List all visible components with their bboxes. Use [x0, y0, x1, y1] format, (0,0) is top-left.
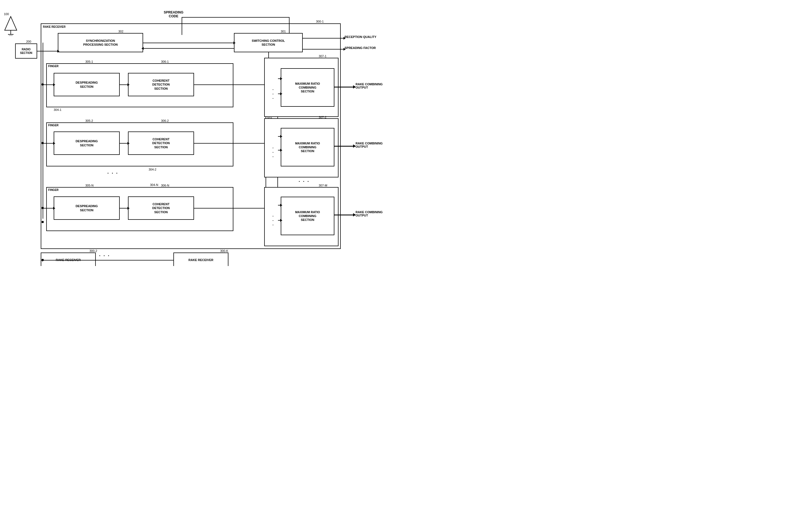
svg-marker-0: [5, 17, 17, 30]
spreading-factor-arrow: [303, 49, 344, 49]
ref-305-1: 305-1: [85, 60, 93, 63]
coh-n-to-switch-arrow: [194, 208, 265, 209]
despreading-1-box: DESPREADINGSECTION: [54, 73, 120, 96]
rake-output-1-label: RAKE COMBININGOUTPUT: [355, 82, 383, 89]
bus-to-rrk-line: [43, 260, 174, 261]
mrc-1-dots: ···: [273, 88, 274, 101]
coh-2-to-switch-arrow: [194, 143, 265, 144]
junction-dot-1: [42, 83, 44, 86]
mrc-1-box: MAXIMUM RATIOCOMBININGSECTION: [281, 68, 334, 107]
ref-304-n: 304-N: [150, 183, 158, 187]
reception-quality-arrow: [303, 38, 344, 39]
ref-304-2: 304-2: [148, 168, 156, 171]
ref-302: 302: [118, 30, 123, 33]
mrc-m-dots: ···: [273, 214, 274, 227]
switch-to-mrc-2-arrow: [278, 136, 281, 137]
despreading-n-box: DESPREADINGSECTION: [54, 196, 120, 220]
spreading-code-h-line: [182, 17, 289, 18]
sync-to-switch-ctrl-arrow: [143, 43, 234, 43]
rake-receiver-2-box: RAKE RECEIVER: [41, 252, 96, 266]
main-v-bus: [43, 43, 43, 219]
spreading-code-label: SPREADINGCODE: [164, 10, 183, 18]
switch-to-mrc-2b-arrow: [278, 150, 281, 150]
ref-100: 100: [4, 13, 9, 16]
bus-to-desp-1-arrow: [43, 84, 54, 85]
rake-receiver-k-box: RAKE RECEIVER: [174, 252, 228, 266]
diagram: 100 RADIOSECTION 200 RAKE RECEIVER 300-1…: [0, 0, 393, 266]
mrc-1-output-arrow: [334, 87, 354, 88]
mrc-2-box: MAXIMUM RATIOCOMBININGSECTION: [281, 128, 334, 166]
spreading-factor-label: SPREADING FACTOR: [345, 46, 376, 49]
finger-1-label: FINGER: [48, 65, 59, 68]
mrc-2-dots: ···: [273, 146, 274, 159]
bus-to-desp-n-arrow: [43, 208, 54, 209]
ref-307-m: 307-M: [319, 184, 327, 187]
switch-ctrl-to-sync-arrow: [143, 48, 234, 49]
bus-to-desp-2-arrow: [43, 143, 54, 144]
desp-to-coh-n-arrow: [120, 208, 128, 209]
finger-n-label: FINGER: [48, 188, 59, 191]
ref-306-1: 306-1: [161, 60, 169, 63]
mrc-2-output-arrow: [334, 146, 354, 147]
radio-to-sync-arrow: [37, 51, 58, 51]
ref-307-2: 307-2: [319, 116, 326, 119]
ref-200: 200: [26, 40, 31, 43]
switch-to-mrc-1b-arrow: [278, 94, 281, 94]
switch-to-mrc-1-arrow: [278, 78, 281, 79]
coherent-2-box: COHERENTDETECTIONSECTION: [128, 131, 194, 155]
rake-output-m-label: RAKE COMBININGOUTPUT: [355, 211, 383, 217]
coh-1-to-switch-arrow: [194, 84, 265, 85]
reception-quality-label: RECEPTION QUALITY: [345, 35, 376, 39]
rake-output-2-label: RAKE COMBININGOUTPUT: [355, 142, 383, 148]
finger-2-label: FINGER: [48, 124, 59, 127]
rake-receiver-main-label: RAKE RECEIVER: [43, 25, 66, 29]
junction-dot-bottom: [42, 221, 44, 223]
rr-ellipsis: · · ·: [99, 253, 110, 259]
switch-to-mrc-mb-arrow: [278, 220, 281, 221]
ref-305-n: 305-N: [85, 184, 94, 187]
ref-305-2: 305-2: [85, 119, 93, 122]
sync-processing-box: SYNCHRONIZATIONPROCESSING SECTION: [58, 33, 143, 52]
switching-control-box: SWITCHING CONTROLSECTION: [234, 33, 303, 52]
antenna-icon: [3, 15, 19, 36]
ref-300-2: 300-2: [89, 249, 97, 252]
desp-to-coh-1-arrow: [120, 84, 128, 85]
mrc-m-box: MAXIMUM RATIOCOMBININGSECTION: [281, 197, 334, 235]
ref-306-n: 306-N: [161, 184, 169, 187]
coherent-1-box: COHERENTDETECTIONSECTION: [128, 73, 194, 96]
ref-300-1: 300-1: [316, 20, 324, 23]
junction-dot-n: [42, 207, 44, 209]
junction-dot-2: [42, 142, 44, 144]
bus-to-rr2-line: [41, 260, 43, 261]
despreading-2-box: DESPREADINGSECTION: [54, 131, 120, 155]
ellipsis-fingers: · · ·: [107, 171, 118, 176]
radio-section-box: RADIOSECTION: [15, 44, 37, 58]
desp-to-coh-2-arrow: [120, 143, 128, 144]
ref-306-2: 306-2: [161, 119, 169, 122]
ref-304-1: 304-1: [54, 108, 61, 112]
switch-to-mrc-m-arrow: [278, 205, 281, 205]
mrc-ellipsis: · · ·: [299, 179, 309, 185]
coherent-n-box: COHERENTDETECTIONSECTION: [128, 196, 194, 220]
ref-301: 301: [281, 30, 286, 33]
ref-307-1: 307-1: [319, 54, 326, 58]
ref-300-k: 300-K: [220, 249, 228, 252]
mrc-m-output-arrow: [334, 215, 354, 215]
spreading-code-line: [182, 17, 182, 35]
